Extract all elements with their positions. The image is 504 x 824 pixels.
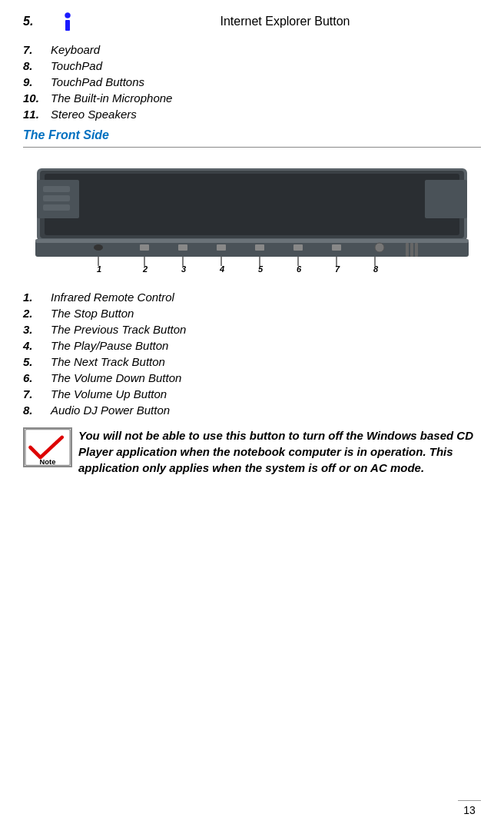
list-num: 6. bbox=[23, 371, 51, 384]
svg-point-28 bbox=[94, 244, 103, 251]
page-number: 13 bbox=[458, 800, 481, 816]
svg-rect-36 bbox=[406, 243, 409, 257]
section-divider bbox=[23, 147, 481, 148]
list-num: 4. bbox=[23, 339, 51, 352]
header-row: 5. Internet Explorer Button bbox=[23, 8, 481, 35]
svg-point-35 bbox=[375, 243, 384, 252]
top-list: 7. Keyboard 8. TouchPad 9. TouchPad Butt… bbox=[23, 43, 481, 121]
list-text: Audio DJ Power Button bbox=[51, 404, 170, 417]
list-item: 1. Infrared Remote Control bbox=[23, 291, 481, 304]
svg-rect-32 bbox=[255, 244, 264, 251]
list-num: 8. bbox=[23, 404, 51, 417]
list-text: The Play/Pause Button bbox=[51, 339, 168, 352]
svg-rect-9 bbox=[43, 195, 70, 201]
svg-rect-37 bbox=[410, 243, 413, 257]
header-title: Internet Explorer Button bbox=[89, 15, 481, 28]
svg-point-0 bbox=[65, 13, 71, 18]
list-item: 8. Audio DJ Power Button bbox=[23, 404, 481, 417]
list-item: 7. The Volume Up Button bbox=[23, 387, 481, 400]
svg-text:8: 8 bbox=[373, 264, 379, 274]
list-text: Keyboard bbox=[51, 43, 100, 56]
svg-rect-4 bbox=[45, 174, 459, 235]
section-heading: The Front Side bbox=[23, 128, 481, 142]
svg-text:2: 2 bbox=[142, 264, 148, 274]
svg-rect-33 bbox=[293, 244, 303, 251]
laptop-front-image: 1 2 3 4 5 6 7 8 bbox=[29, 157, 475, 280]
svg-text:Note: Note bbox=[40, 458, 56, 466]
header-item-number: 5. bbox=[23, 15, 46, 28]
svg-rect-1 bbox=[65, 20, 70, 31]
list-num: 9. bbox=[23, 75, 51, 88]
svg-rect-8 bbox=[43, 186, 70, 192]
list-text: Infrared Remote Control bbox=[51, 291, 174, 304]
svg-text:1: 1 bbox=[97, 264, 101, 274]
list-item: 3. The Previous Track Button bbox=[23, 323, 481, 336]
list-item: 8. TouchPad bbox=[23, 59, 481, 72]
ie-icon bbox=[54, 8, 81, 35]
list-num: 1. bbox=[23, 291, 51, 304]
note-text: You will not be able to use this button … bbox=[78, 427, 481, 476]
svg-rect-11 bbox=[425, 180, 467, 218]
list-text: The Previous Track Button bbox=[51, 323, 186, 336]
list-text: TouchPad Buttons bbox=[51, 75, 144, 88]
svg-text:7: 7 bbox=[335, 264, 340, 274]
list-item: 10. The Built-in Microphone bbox=[23, 91, 481, 105]
list-num: 7. bbox=[23, 43, 51, 56]
list-num: 10. bbox=[23, 91, 51, 105]
list-item: 11. Stereo Speakers bbox=[23, 108, 481, 121]
list-num: 11. bbox=[23, 108, 51, 121]
list-text: The Built-in Microphone bbox=[51, 91, 172, 105]
list-text: TouchPad bbox=[51, 59, 102, 72]
svg-rect-29 bbox=[140, 244, 149, 251]
front-list: 1. Infrared Remote Control 2. The Stop B… bbox=[23, 291, 481, 417]
svg-text:4: 4 bbox=[219, 264, 224, 274]
list-num: 8. bbox=[23, 59, 51, 72]
svg-rect-6 bbox=[35, 239, 469, 243]
list-num: 5. bbox=[23, 355, 51, 368]
svg-text:5: 5 bbox=[258, 264, 264, 274]
list-item: 5. The Next Track Button bbox=[23, 355, 481, 368]
note-box: Note You will not be able to use this bu… bbox=[23, 427, 481, 476]
list-item: 2. The Stop Button bbox=[23, 307, 481, 320]
list-num: 2. bbox=[23, 307, 51, 320]
list-item: 7. Keyboard bbox=[23, 43, 481, 56]
svg-rect-31 bbox=[217, 244, 226, 251]
svg-rect-10 bbox=[43, 204, 70, 211]
svg-text:3: 3 bbox=[181, 264, 186, 274]
page-container: 5. Internet Explorer Button 7. Keyboard … bbox=[0, 0, 504, 514]
svg-rect-38 bbox=[415, 243, 418, 257]
list-num: 3. bbox=[23, 323, 51, 336]
svg-rect-30 bbox=[178, 244, 187, 251]
list-text: The Stop Button bbox=[51, 307, 134, 320]
list-text: The Volume Down Button bbox=[51, 371, 181, 384]
svg-rect-34 bbox=[332, 244, 341, 251]
svg-text:6: 6 bbox=[297, 264, 302, 274]
list-text: The Next Track Button bbox=[51, 355, 165, 368]
list-text: Stereo Speakers bbox=[51, 108, 137, 121]
list-text: The Volume Up Button bbox=[51, 387, 167, 400]
list-item: 9. TouchPad Buttons bbox=[23, 75, 481, 88]
list-item: 4. The Play/Pause Button bbox=[23, 339, 481, 352]
note-icon: Note bbox=[23, 427, 72, 467]
list-num: 7. bbox=[23, 387, 51, 400]
laptop-image-container: 1 2 3 4 5 6 7 8 bbox=[23, 157, 481, 280]
list-item: 6. The Volume Down Button bbox=[23, 371, 481, 384]
